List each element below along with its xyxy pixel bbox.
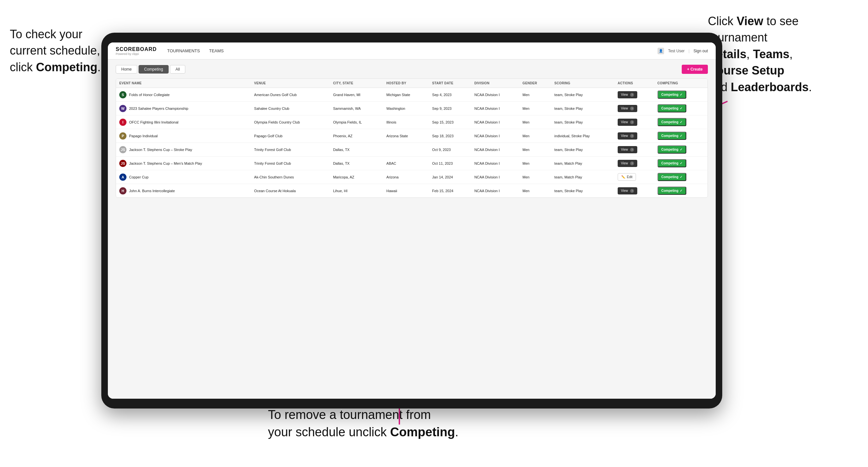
hosted-by-cell [383, 143, 429, 157]
city-state-cell: Grand Haven, MI [330, 88, 383, 102]
competing-cell: Competing ✓ [654, 115, 708, 129]
competing-cell: Competing ✓ [654, 102, 708, 115]
team-logo: JS [119, 146, 126, 153]
nav-right: 👤 Test User | Sign out [657, 48, 708, 54]
user-icon: 👤 [657, 48, 664, 54]
division-cell: NCAA Division I [471, 115, 519, 129]
division-cell: NCAA Division I [471, 143, 519, 157]
tab-home[interactable]: Home [116, 65, 137, 73]
brand-title: SCOREBOARD [116, 46, 157, 52]
annotation-bottom: To remove a tournament from your schedul… [268, 406, 497, 441]
col-gender: GENDER [519, 79, 551, 88]
info-icon: i [630, 134, 634, 138]
user-name: Test User [668, 49, 685, 53]
tablet-shell: SCOREBOARD Powered by clippi TOURNAMENTS… [101, 33, 722, 408]
start-date-cell: Sep 9, 2023 [429, 102, 471, 115]
tablet-screen: SCOREBOARD Powered by clippi TOURNAMENTS… [108, 42, 716, 399]
gender-cell: Men [519, 129, 551, 143]
check-icon: ✓ [680, 93, 682, 96]
action-cell: View i [614, 115, 654, 129]
event-name: Folds of Honor Collegiate [129, 93, 169, 97]
view-button[interactable]: View i [618, 119, 638, 126]
competing-cell: Competing ✓ [654, 129, 708, 143]
col-city-state: CITY, STATE [330, 79, 383, 88]
hosted-by-cell: Illinois [383, 115, 429, 129]
filter-bar: Home Competing All + Create [116, 65, 708, 74]
content-area: Home Competing All + Create EVENT NAME V… [108, 60, 716, 399]
division-cell: NCAA Division I [471, 102, 519, 115]
hosted-by-cell: Hawaii [383, 184, 429, 198]
event-name: John A. Burns Intercollegiate [129, 189, 175, 193]
venue-cell: Trinity Forest Golf Club [251, 143, 330, 157]
scoring-cell: team, Stroke Play [551, 88, 614, 102]
table-row: IOFCC Fighting Illini InvitationalOlympi… [116, 115, 708, 129]
scoring-cell: team, Stroke Play [551, 184, 614, 198]
edit-button[interactable]: ✏️ Edit [618, 173, 636, 181]
competing-badge-button[interactable]: Competing ✓ [657, 187, 686, 195]
event-name: 2023 Sahalee Players Championship [129, 106, 188, 111]
view-button[interactable]: View i [618, 160, 638, 167]
event-name: Jackson T. Stephens Cup – Men's Match Pl… [129, 161, 202, 165]
city-state-cell: Dallas, TX [330, 143, 383, 157]
gender-cell: Men [519, 170, 551, 184]
table-row: JSJackson T. Stephens Cup – Men's Match … [116, 157, 708, 170]
col-start-date: START DATE [429, 79, 471, 88]
nav-tournaments[interactable]: TOURNAMENTS [167, 49, 200, 53]
team-logo: JS [119, 160, 126, 167]
competing-cell: Competing ✓ [654, 88, 708, 102]
view-button[interactable]: View i [618, 91, 638, 98]
gender-cell: Men [519, 88, 551, 102]
brand: SCOREBOARD Powered by clippi [116, 46, 157, 56]
info-icon: i [630, 106, 634, 111]
view-button[interactable]: View i [618, 132, 638, 139]
tournament-table: EVENT NAME VENUE CITY, STATE HOSTED BY S… [116, 79, 708, 198]
competing-badge-button[interactable]: Competing ✓ [657, 159, 686, 167]
nav-teams[interactable]: TEAMS [209, 49, 224, 53]
table-row: W2023 Sahalee Players ChampionshipSahale… [116, 102, 708, 115]
col-scoring: SCORING [551, 79, 614, 88]
competing-badge-button[interactable]: Competing ✓ [657, 173, 686, 181]
brand-subtitle: Powered by clippi [116, 52, 157, 56]
team-logo: S [119, 91, 126, 98]
competing-badge-button[interactable]: Competing ✓ [657, 104, 686, 113]
scoring-cell: team, Stroke Play [551, 102, 614, 115]
scoring-cell: team, Stroke Play [551, 115, 614, 129]
info-icon: i [630, 148, 634, 152]
start-date-cell: Sep 15, 2023 [429, 115, 471, 129]
table-header-row: EVENT NAME VENUE CITY, STATE HOSTED BY S… [116, 79, 708, 88]
venue-cell: Ocean Course At Hokuala [251, 184, 330, 198]
action-cell: View i [614, 129, 654, 143]
start-date-cell: Feb 15, 2024 [429, 184, 471, 198]
sign-out-link[interactable]: Sign out [693, 49, 708, 53]
table-row: JSJackson T. Stephens Cup – Stroke PlayT… [116, 143, 708, 157]
team-logo: W [119, 105, 126, 112]
competing-badge-button[interactable]: Competing ✓ [657, 146, 686, 154]
start-date-cell: Sep 4, 2023 [429, 88, 471, 102]
tab-all[interactable]: All [170, 65, 185, 73]
col-competing: COMPETING [654, 79, 708, 88]
check-icon: ✓ [680, 120, 682, 124]
competing-badge-button[interactable]: Competing ✓ [657, 118, 686, 126]
check-icon: ✓ [680, 134, 682, 137]
competing-badge-button[interactable]: Competing ✓ [657, 132, 686, 140]
check-icon: ✓ [680, 148, 682, 151]
city-state-cell: Olympia Fields, IL [330, 115, 383, 129]
venue-cell: Papago Golf Club [251, 129, 330, 143]
gender-cell: Men [519, 184, 551, 198]
competing-cell: Competing ✓ [654, 157, 708, 170]
gender-cell: Men [519, 115, 551, 129]
competing-cell: Competing ✓ [654, 184, 708, 198]
tab-competing[interactable]: Competing [138, 65, 168, 73]
check-icon: ✓ [680, 175, 682, 179]
filter-tabs: Home Competing All [116, 65, 185, 73]
team-logo: I [119, 119, 126, 126]
create-button[interactable]: + Create [682, 65, 708, 74]
city-state-cell: Phoenix, AZ [330, 129, 383, 143]
division-cell: NCAA Division I [471, 129, 519, 143]
view-button[interactable]: View i [618, 187, 638, 194]
gender-cell: Men [519, 102, 551, 115]
check-icon: ✓ [680, 161, 682, 165]
view-button[interactable]: View i [618, 146, 638, 153]
view-button[interactable]: View i [618, 105, 638, 112]
competing-badge-button[interactable]: Competing ✓ [657, 91, 686, 99]
